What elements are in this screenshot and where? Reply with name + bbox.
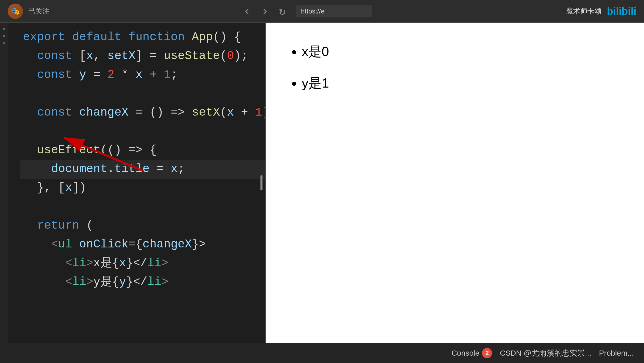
csdn-label: CSDN @尤雨溪的忠实崇... xyxy=(500,348,591,358)
indent-8 xyxy=(23,160,51,179)
tag-li-close-2: li xyxy=(147,273,161,292)
code-line-7: useEffect(() => { xyxy=(20,141,265,160)
code-line-14: <li>y是{y}</li> xyxy=(20,273,265,292)
preview-panel: x是0 y是1 xyxy=(266,23,644,343)
indent-12 xyxy=(23,235,51,254)
eq-2: = xyxy=(128,103,150,122)
indent-14 xyxy=(23,273,65,292)
channel-name: 魔术师卡颂 xyxy=(566,6,602,16)
var-x-4: x xyxy=(171,160,178,179)
paren-close-2: ); xyxy=(262,103,265,122)
keyword-return: return xyxy=(37,216,79,235)
num-1: 1 xyxy=(164,66,171,85)
jsx-lt-1: < xyxy=(51,235,58,254)
problem-label: Problem... xyxy=(599,349,634,357)
code-line-13: <li>x是{x}</li> xyxy=(20,254,265,273)
var-document: document xyxy=(51,160,107,179)
arrow-fn: () => xyxy=(150,103,192,122)
code-line-9: }, [x]) xyxy=(20,179,265,198)
var-x-3: x xyxy=(227,103,234,122)
bracket-open: [ xyxy=(79,47,86,66)
fn-app: App xyxy=(192,28,213,47)
main-content: export default function App() { const [x… xyxy=(0,23,644,343)
var-x-2: x xyxy=(136,66,143,85)
var-x-5: x xyxy=(65,179,72,198)
left-sidebar xyxy=(0,23,8,343)
indent-7 xyxy=(23,141,37,160)
tag-li-close-1: li xyxy=(147,254,161,273)
attr-onclick: onClick xyxy=(79,235,128,254)
paren-close-1: ); xyxy=(234,47,248,66)
avatar-image: 🎭 xyxy=(8,4,23,19)
top-bar-right: 魔术师卡颂 bilibili xyxy=(566,6,636,17)
var-y-2: y xyxy=(119,273,126,292)
num-0: 0 xyxy=(227,47,234,66)
var-changex-2: changeX xyxy=(142,235,192,254)
li-text-2: y是{ xyxy=(93,273,119,292)
follow-label[interactable]: 已关注 xyxy=(28,6,49,16)
var-title: title xyxy=(114,160,150,179)
nav-back-button[interactable]: ‹ xyxy=(243,4,251,19)
plus-1: + xyxy=(234,103,255,122)
list-item-y: y是1 xyxy=(302,70,624,96)
preview-list: x是0 y是1 xyxy=(286,38,624,96)
indent-3 xyxy=(23,66,37,85)
paren-open: () { xyxy=(213,28,241,47)
eq-1: = xyxy=(86,66,107,85)
console-badge: 2 xyxy=(482,348,492,358)
semi-1: ; xyxy=(171,66,178,85)
jsx-lt-2: < xyxy=(65,254,72,273)
indent-9 xyxy=(23,179,37,198)
code-line-8: document.title = x; xyxy=(20,160,265,179)
semi-2: ; xyxy=(178,160,185,179)
fn-usestate: useState xyxy=(164,47,220,66)
nav-forward-button[interactable]: › xyxy=(261,4,269,19)
sidebar-dot-1 xyxy=(3,28,5,30)
paren-1: ( xyxy=(220,47,227,66)
jsx-gt-2: > xyxy=(86,273,93,292)
code-area: export default function App() { const [x… xyxy=(8,23,265,343)
keyword-const-3: const xyxy=(37,103,79,122)
keyword-export: export xyxy=(23,28,72,47)
comma-1: , xyxy=(93,47,107,66)
var-setx: setX xyxy=(107,47,135,66)
tag-ul: ul xyxy=(58,235,72,254)
code-line-3: const y = 2 * x + 1; xyxy=(20,66,265,85)
console-item[interactable]: Console 2 xyxy=(451,348,492,358)
code-line-2: const [x, setX] = useState(0); xyxy=(20,47,265,66)
jsx-close-1: > xyxy=(161,254,168,273)
var-changex: changeX xyxy=(79,103,128,122)
dot-1: . xyxy=(107,160,114,179)
op-mul: * xyxy=(114,66,136,85)
bracket-close: ] = xyxy=(136,47,164,66)
console-label: Console xyxy=(451,349,479,357)
keyword-function: function xyxy=(128,28,192,47)
code-line-6 xyxy=(20,122,265,141)
eq-4: ={ xyxy=(128,235,142,254)
code-line-12: <ul onClick={changeX}> xyxy=(20,235,265,254)
list-item-x: x是0 xyxy=(302,38,624,65)
paren-3: (() => { xyxy=(100,141,157,160)
top-bar-center: ‹ › ↻ https://e xyxy=(243,4,372,19)
fn-useeffect: useEffect xyxy=(37,141,100,160)
close-effect: }, [ xyxy=(37,179,65,198)
indent-11 xyxy=(23,216,37,235)
top-bar: 🎭 已关注 ‹ › ↻ https://e 魔术师卡颂 bilibili xyxy=(0,0,644,23)
url-bar[interactable]: https://e xyxy=(296,5,372,17)
paren-4: ( xyxy=(79,216,93,235)
fn-setx-call: setX xyxy=(192,103,220,122)
keyword-const-1: const xyxy=(37,47,79,66)
paren-2: ( xyxy=(220,103,227,122)
refresh-button[interactable]: ↻ xyxy=(279,4,286,18)
top-bar-left: 🎭 已关注 xyxy=(8,4,49,19)
problem-item[interactable]: Problem... xyxy=(599,349,634,357)
indent-5 xyxy=(23,103,37,122)
indent-13 xyxy=(23,254,65,273)
bilibili-logo: bilibili xyxy=(607,6,636,17)
indent-2 xyxy=(23,47,37,66)
keyword-const-2: const xyxy=(37,66,79,85)
code-line-11: return ( xyxy=(20,216,265,235)
var-x-6: x xyxy=(119,254,126,273)
tag-li-1: li xyxy=(72,254,86,273)
var-x: x xyxy=(86,47,93,66)
